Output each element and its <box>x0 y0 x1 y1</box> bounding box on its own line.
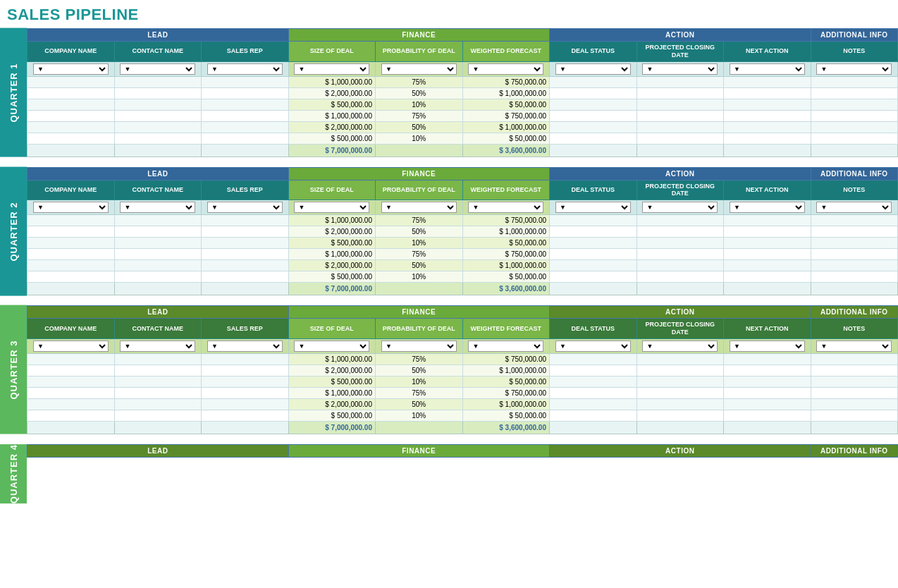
filter-select-4[interactable]: ▼ <box>381 202 457 213</box>
filter-select-2[interactable]: ▼ <box>207 63 283 75</box>
filter-select-7[interactable]: ▼ <box>642 63 718 75</box>
filter-cell-3[interactable]: ▼ <box>288 61 376 76</box>
filter-select-3[interactable]: ▼ <box>294 63 369 75</box>
data-cell-2-1 <box>114 376 202 387</box>
filter-cell-2[interactable]: ▼ <box>202 338 289 353</box>
action-cell-0-3 <box>811 353 898 365</box>
filter-select-1[interactable]: ▼ <box>120 341 195 352</box>
total-deal-size: $ 7,000,000.00 <box>288 421 376 434</box>
filter-cell-1[interactable]: ▼ <box>114 338 202 353</box>
deal-size-4: $ 2,000,000.00 <box>288 121 376 133</box>
filter-cell-9[interactable]: ▼ <box>811 61 898 76</box>
projected-closing-header: PROJECTED CLOSING DATE <box>636 180 724 200</box>
data-cell-1-1 <box>114 365 202 376</box>
total-action-2 <box>724 144 811 157</box>
size-of-deal-header: SIZE OF DEAL <box>288 42 376 62</box>
filter-select-9[interactable]: ▼ <box>816 202 892 213</box>
action-cell-1-0 <box>550 87 637 99</box>
action-cell-0-2 <box>724 215 811 226</box>
filter-cell-9[interactable]: ▼ <box>811 200 898 215</box>
filter-cell-8[interactable]: ▼ <box>724 200 811 215</box>
probability-3: 75% <box>376 387 463 398</box>
action-cell-4-2 <box>724 398 811 410</box>
filter-select-1[interactable]: ▼ <box>120 63 195 75</box>
filter-select-9[interactable]: ▼ <box>816 341 892 352</box>
filter-select-1[interactable]: ▼ <box>120 202 195 213</box>
filter-cell-8[interactable]: ▼ <box>724 338 811 353</box>
action-cell-1-3 <box>811 87 898 99</box>
filter-cell-2[interactable]: ▼ <box>202 200 289 215</box>
total-row: $ 7,000,000.00$ 3,600,000.00 <box>27 421 898 434</box>
probability-1: 50% <box>376 365 463 376</box>
filter-cell-4[interactable]: ▼ <box>376 61 463 76</box>
data-cell-4-1 <box>114 260 202 271</box>
filter-select-4[interactable]: ▼ <box>381 341 457 352</box>
filter-select-5[interactable]: ▼ <box>468 63 543 75</box>
filter-select-8[interactable]: ▼ <box>730 63 805 75</box>
total-row: $ 7,000,000.00$ 3,600,000.00 <box>27 144 898 157</box>
filter-cell-1[interactable]: ▼ <box>114 200 202 215</box>
action-cell-4-3 <box>811 398 898 410</box>
filter-select-2[interactable]: ▼ <box>207 341 283 352</box>
filter-select-5[interactable]: ▼ <box>468 202 543 213</box>
filter-select-6[interactable]: ▼ <box>555 341 631 352</box>
filter-cell-5[interactable]: ▼ <box>462 200 550 215</box>
filter-cell-7[interactable]: ▼ <box>636 61 724 76</box>
data-cell-4-2 <box>202 260 289 271</box>
filter-select-2[interactable]: ▼ <box>207 202 283 213</box>
filter-select-7[interactable]: ▼ <box>642 341 718 352</box>
filter-select-7[interactable]: ▼ <box>642 202 718 213</box>
filter-cell-4[interactable]: ▼ <box>376 200 463 215</box>
probability-5: 10% <box>376 410 463 421</box>
data-cell-5-0 <box>27 410 115 421</box>
probability-4: 50% <box>376 121 463 133</box>
filter-row[interactable]: ▼▼▼▼▼▼▼▼▼▼ <box>27 61 898 76</box>
filter-row[interactable]: ▼▼▼▼▼▼▼▼▼▼ <box>27 338 898 353</box>
action-cell-4-0 <box>550 260 637 271</box>
filter-select-8[interactable]: ▼ <box>730 202 805 213</box>
deal-size-5: $ 500,000.00 <box>288 271 376 283</box>
filter-cell-7[interactable]: ▼ <box>636 338 724 353</box>
action-cell-3-2 <box>724 110 811 121</box>
weighted-2: $ 50,000.00 <box>462 99 550 110</box>
filter-select-0[interactable]: ▼ <box>33 63 109 75</box>
action-cell-0-0 <box>550 76 637 87</box>
table-row: $ 500,000.0010%$ 50,000.00 <box>27 99 898 110</box>
filter-cell-6[interactable]: ▼ <box>550 61 637 76</box>
action-cell-2-0 <box>550 99 637 110</box>
filter-cell-0[interactable]: ▼ <box>27 61 115 76</box>
filter-select-8[interactable]: ▼ <box>730 341 805 352</box>
filter-cell-0[interactable]: ▼ <box>27 200 115 215</box>
probability-5: 10% <box>376 133 463 144</box>
filter-cell-6[interactable]: ▼ <box>550 338 637 353</box>
action-cell-4-1 <box>636 121 724 133</box>
filter-cell-4[interactable]: ▼ <box>376 338 463 353</box>
filter-select-0[interactable]: ▼ <box>33 341 109 352</box>
filter-cell-6[interactable]: ▼ <box>550 200 637 215</box>
filter-select-9[interactable]: ▼ <box>816 63 892 75</box>
q4-additional-header: ADDITIONAL INFO <box>811 444 898 457</box>
filter-cell-5[interactable]: ▼ <box>462 61 550 76</box>
filter-cell-7[interactable]: ▼ <box>636 200 724 215</box>
filter-cell-8[interactable]: ▼ <box>724 61 811 76</box>
data-cell-1-2 <box>202 87 289 99</box>
data-cell-5-2 <box>202 410 289 421</box>
filter-select-3[interactable]: ▼ <box>294 202 369 213</box>
next-action-header: NEXT ACTION <box>724 319 811 339</box>
filter-cell-1[interactable]: ▼ <box>114 61 202 76</box>
filter-cell-0[interactable]: ▼ <box>27 338 115 353</box>
filter-cell-3[interactable]: ▼ <box>288 338 376 353</box>
filter-cell-9[interactable]: ▼ <box>811 338 898 353</box>
data-cell-0-1 <box>114 215 202 226</box>
filter-select-0[interactable]: ▼ <box>33 202 109 213</box>
filter-select-3[interactable]: ▼ <box>294 341 369 352</box>
action-cell-1-2 <box>724 87 811 99</box>
filter-cell-3[interactable]: ▼ <box>288 200 376 215</box>
filter-cell-5[interactable]: ▼ <box>462 338 550 353</box>
filter-cell-2[interactable]: ▼ <box>202 61 289 76</box>
filter-row[interactable]: ▼▼▼▼▼▼▼▼▼▼ <box>27 200 898 215</box>
filter-select-5[interactable]: ▼ <box>468 341 543 352</box>
filter-select-4[interactable]: ▼ <box>381 63 457 75</box>
filter-select-6[interactable]: ▼ <box>555 202 631 213</box>
filter-select-6[interactable]: ▼ <box>555 63 631 75</box>
